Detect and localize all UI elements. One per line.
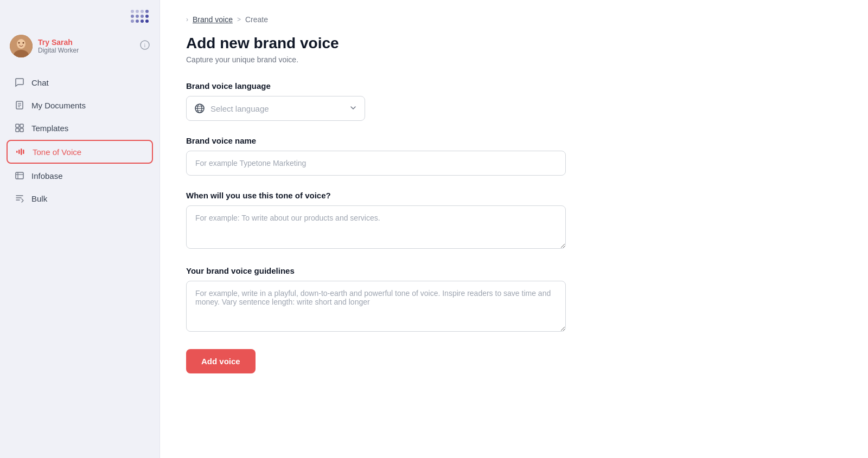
- chat-icon: [14, 77, 25, 88]
- sidebar-item-bulk-label: Bulk: [31, 194, 47, 203]
- sidebar-item-tone-of-voice[interactable]: Tone of Voice: [7, 140, 153, 164]
- main-content: › Brand voice > Create Add new brand voi…: [160, 0, 868, 458]
- breadcrumb-separator: >: [237, 16, 241, 23]
- sidebar-item-tone-of-voice-label: Tone of Voice: [33, 147, 81, 157]
- sidebar-logo: [0, 0, 159, 29]
- svg-rect-18: [23, 150, 24, 154]
- user-role: Digital Worker: [38, 47, 135, 54]
- avatar-image: [10, 35, 33, 57]
- svg-text:i: i: [144, 42, 146, 48]
- sidebar-item-infobase[interactable]: Infobase: [7, 165, 153, 186]
- svg-rect-13: [16, 128, 19, 132]
- infobase-icon: [14, 170, 25, 181]
- name-group: Brand voice name: [186, 136, 566, 176]
- globe-icon: [194, 103, 205, 114]
- sidebar-item-templates[interactable]: Templates: [7, 117, 153, 139]
- sidebar-item-bulk[interactable]: Bulk: [7, 188, 153, 209]
- svg-point-3: [18, 42, 20, 44]
- guidelines-textarea[interactable]: [186, 281, 566, 332]
- page-subtitle: Capture your unique brand voice.: [186, 55, 842, 64]
- sidebar-item-my-documents[interactable]: My Documents: [7, 94, 153, 116]
- sidebar-item-chat-label: Chat: [31, 78, 49, 87]
- breadcrumb-current: Create: [245, 15, 268, 24]
- svg-rect-15: [16, 151, 18, 153]
- svg-rect-12: [20, 124, 23, 127]
- name-input[interactable]: [186, 151, 566, 176]
- sidebar-nav: Chat My Documents: [0, 67, 159, 214]
- usage-group: When will you use this tone of voice?: [186, 191, 566, 251]
- svg-rect-17: [21, 149, 22, 155]
- sidebar-item-chat[interactable]: Chat: [7, 72, 153, 93]
- tone-icon: [15, 146, 26, 157]
- guidelines-label: Your brand voice guidelines: [186, 266, 566, 275]
- info-icon[interactable]: i: [140, 40, 150, 52]
- brand-voice-form: Brand voice language Select language: [186, 81, 566, 373]
- bulk-icon: [14, 193, 25, 204]
- add-voice-button[interactable]: Add voice: [186, 349, 256, 373]
- breadcrumb: › Brand voice > Create: [186, 15, 842, 24]
- svg-rect-14: [20, 128, 23, 132]
- svg-rect-19: [16, 172, 23, 179]
- avatar: [10, 35, 33, 57]
- usage-textarea[interactable]: [186, 205, 566, 249]
- logo-icon: [131, 10, 149, 23]
- svg-rect-16: [18, 150, 20, 154]
- name-label: Brand voice name: [186, 136, 566, 145]
- documents-icon: [14, 100, 25, 111]
- language-select-text: Select language: [210, 104, 344, 113]
- breadcrumb-separator-left: ›: [186, 16, 188, 23]
- breadcrumb-parent[interactable]: Brand voice: [193, 15, 233, 24]
- templates-icon: [14, 122, 25, 133]
- svg-rect-11: [16, 124, 19, 127]
- svg-point-4: [23, 42, 24, 44]
- chevron-down-icon: [349, 104, 357, 113]
- language-group: Brand voice language Select language: [186, 81, 566, 121]
- sidebar-item-infobase-label: Infobase: [31, 171, 63, 180]
- user-info: Try Sarah Digital Worker: [38, 38, 135, 54]
- guidelines-group: Your brand voice guidelines: [186, 266, 566, 334]
- user-name: Try Sarah: [38, 38, 135, 47]
- sidebar-item-my-documents-label: My Documents: [31, 101, 86, 110]
- language-label: Brand voice language: [186, 81, 566, 91]
- language-select[interactable]: Select language: [186, 96, 365, 121]
- sidebar: Try Sarah Digital Worker i Chat: [0, 0, 160, 458]
- usage-label: When will you use this tone of voice?: [186, 191, 566, 200]
- user-section: Try Sarah Digital Worker i: [0, 29, 159, 67]
- svg-point-1: [17, 39, 25, 49]
- page-title: Add new brand voice: [186, 35, 842, 52]
- sidebar-item-templates-label: Templates: [31, 124, 68, 133]
